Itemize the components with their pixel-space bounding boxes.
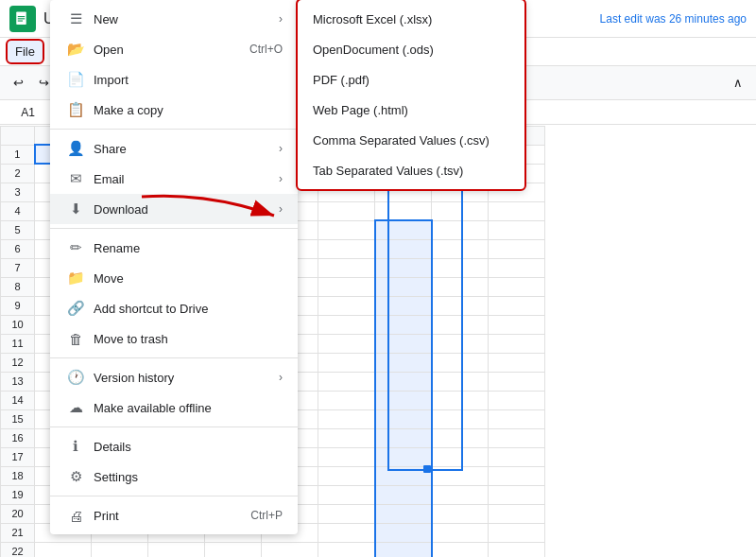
- cell-I6[interactable]: [489, 239, 545, 258]
- cell-I14[interactable]: [489, 391, 545, 409]
- cell-I15[interactable]: [489, 409, 545, 428]
- cell-F17[interactable]: [318, 447, 375, 466]
- cell-H6[interactable]: [432, 239, 489, 258]
- cell-F10[interactable]: [318, 315, 375, 334]
- cell-H10[interactable]: [432, 315, 489, 334]
- cell-I20[interactable]: [489, 504, 545, 523]
- cell-H16[interactable]: [432, 428, 489, 447]
- menu-item-settings[interactable]: ⚙Settings: [50, 461, 298, 492]
- cell-F8[interactable]: [318, 277, 375, 296]
- cell-H17[interactable]: [432, 447, 489, 466]
- cell-I5[interactable]: [489, 220, 545, 239]
- cell-I17[interactable]: [489, 447, 545, 466]
- cell-H9[interactable]: [432, 296, 489, 315]
- cell-I4[interactable]: [489, 201, 545, 220]
- cell-F21[interactable]: [318, 523, 375, 542]
- cell-F20[interactable]: [318, 504, 375, 523]
- menu-item-rename[interactable]: ✏Rename: [50, 233, 298, 263]
- cell-F14[interactable]: [318, 391, 375, 409]
- cell-H15[interactable]: [432, 409, 489, 428]
- menu-item-open[interactable]: 📂OpenCtrl+O: [50, 34, 298, 64]
- cell-F9[interactable]: [318, 296, 375, 315]
- cell-F5[interactable]: [318, 220, 375, 239]
- cell-G6[interactable]: [375, 239, 432, 258]
- cell-H5[interactable]: [432, 220, 489, 239]
- menu-item-import[interactable]: 📄Import: [50, 64, 298, 95]
- menu-item-move[interactable]: 📁Move: [50, 263, 298, 293]
- cell-H12[interactable]: [432, 353, 489, 372]
- collapse-button[interactable]: ∧: [728, 73, 748, 93]
- cell-I22[interactable]: [489, 542, 545, 557]
- menu-item-details[interactable]: ℹDetails: [50, 431, 298, 461]
- cell-H22[interactable]: [432, 542, 489, 557]
- cell-G15[interactable]: [375, 409, 432, 428]
- cell-G10[interactable]: [375, 315, 432, 334]
- cell-G11[interactable]: [375, 334, 432, 353]
- cell-I12[interactable]: [489, 353, 545, 372]
- cell-H19[interactable]: [432, 485, 489, 504]
- menu-item-make-available-offline[interactable]: ☁Make available offline: [50, 392, 298, 423]
- cell-G20[interactable]: [375, 504, 432, 523]
- cell-G7[interactable]: [375, 258, 432, 277]
- cell-I19[interactable]: [489, 485, 545, 504]
- undo-button[interactable]: ↩: [8, 73, 29, 93]
- cell-I10[interactable]: [489, 315, 545, 334]
- cell-H7[interactable]: [432, 258, 489, 277]
- cell-G8[interactable]: [375, 277, 432, 296]
- download-item-xlsx[interactable]: Microsoft Excel (.xlsx): [298, 4, 524, 34]
- cell-F11[interactable]: [318, 334, 375, 353]
- cell-F4[interactable]: [318, 201, 375, 220]
- download-item-html[interactable]: Web Page (.html): [298, 95, 524, 125]
- menu-item-move-to-trash[interactable]: 🗑Move to trash: [50, 323, 298, 354]
- cell-H13[interactable]: [432, 372, 489, 391]
- cell-I18[interactable]: [489, 466, 545, 485]
- cell-B22[interactable]: [92, 542, 148, 557]
- menu-item-file[interactable]: File: [8, 41, 43, 62]
- menu-item-version-history[interactable]: 🕐Version history›: [50, 362, 298, 392]
- cell-H20[interactable]: [432, 504, 489, 523]
- cell-G14[interactable]: [375, 391, 432, 409]
- cell-I16[interactable]: [489, 428, 545, 447]
- selection-bottom-handle[interactable]: [423, 465, 431, 473]
- menu-item-new[interactable]: ☰New›: [50, 4, 298, 34]
- menu-item-print[interactable]: 🖨PrintCtrl+P: [50, 500, 298, 531]
- cell-F15[interactable]: [318, 409, 375, 428]
- cell-G21[interactable]: [375, 523, 432, 542]
- cell-G22[interactable]: [375, 542, 432, 557]
- cell-I11[interactable]: [489, 334, 545, 353]
- cell-G13[interactable]: [375, 372, 432, 391]
- cell-I13[interactable]: [489, 372, 545, 391]
- cell-C22[interactable]: [148, 542, 205, 557]
- cell-F16[interactable]: [318, 428, 375, 447]
- menu-item-email[interactable]: ✉Email›: [50, 164, 298, 194]
- cell-F18[interactable]: [318, 466, 375, 485]
- menu-item-download[interactable]: ⬇Download›: [50, 194, 298, 224]
- cell-F22[interactable]: [318, 542, 375, 557]
- cell-G9[interactable]: [375, 296, 432, 315]
- cell-I7[interactable]: [489, 258, 545, 277]
- cell-F19[interactable]: [318, 485, 375, 504]
- cell-I8[interactable]: [489, 277, 545, 296]
- cell-H14[interactable]: [432, 391, 489, 409]
- cell-F12[interactable]: [318, 353, 375, 372]
- cell-G17[interactable]: [375, 447, 432, 466]
- download-item-tsv[interactable]: Tab Separated Values (.tsv): [298, 155, 524, 185]
- cell-G19[interactable]: [375, 485, 432, 504]
- cell-G16[interactable]: [375, 428, 432, 447]
- cell-H21[interactable]: [432, 523, 489, 542]
- cell-F6[interactable]: [318, 239, 375, 258]
- cell-H18[interactable]: [432, 466, 489, 485]
- download-item-csv[interactable]: Comma Separated Values (.csv): [298, 125, 524, 155]
- cell-reference[interactable]: A1: [0, 104, 57, 121]
- last-edit-text[interactable]: Last edit was 26 minutes ago: [600, 12, 747, 26]
- menu-item-make-copy[interactable]: 📋Make a copy: [50, 95, 298, 125]
- cell-G4[interactable]: [375, 201, 432, 220]
- cell-D22[interactable]: [205, 542, 262, 557]
- cell-A22[interactable]: [35, 542, 92, 557]
- cell-F7[interactable]: [318, 258, 375, 277]
- menu-item-add-shortcut[interactable]: 🔗Add shortcut to Drive: [50, 293, 298, 323]
- menu-item-share[interactable]: 👤Share›: [50, 133, 298, 164]
- download-item-ods[interactable]: OpenDocument (.ods): [298, 34, 524, 64]
- cell-H11[interactable]: [432, 334, 489, 353]
- cell-F13[interactable]: [318, 372, 375, 391]
